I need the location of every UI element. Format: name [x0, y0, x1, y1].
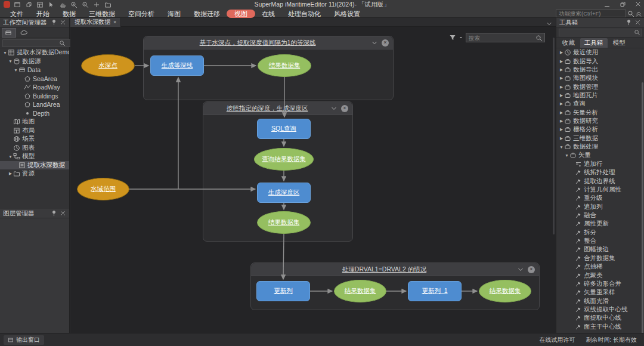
toolbox-tree-item[interactable]: 合并数据集: [556, 254, 644, 262]
tile-icon[interactable]: [36, 1, 44, 8]
toolbox-tree-item[interactable]: 点聚类: [556, 271, 644, 279]
menu-item-文件[interactable]: 文件: [4, 10, 30, 18]
expander-right-icon[interactable]: ▶: [559, 76, 564, 81]
filter-icon[interactable]: [449, 34, 456, 41]
canvas-search-input[interactable]: [466, 33, 545, 42]
toolbox-tree-item[interactable]: ▶三维数据: [556, 134, 644, 143]
add-icon[interactable]: [93, 1, 100, 8]
toolbox-tree-item[interactable]: ▶数据管理: [556, 82, 644, 91]
model-group-header[interactable]: 处理DRVAL1=DRVAL2 的情况×: [251, 263, 539, 276]
workspace-tree-item[interactable]: ▼Data: [0, 66, 69, 75]
expander-right-icon[interactable]: ▶: [559, 101, 564, 106]
pin-icon[interactable]: [51, 19, 57, 26]
model-group-header[interactable]: 按照指定的深度，生成深度区×: [203, 102, 352, 115]
toolbox-tree-item[interactable]: 计算几何属性: [556, 186, 644, 194]
collapse-chevron-icon[interactable]: [371, 39, 378, 47]
caret-down-icon[interactable]: [459, 34, 463, 41]
pin-icon[interactable]: [626, 19, 632, 26]
search-icon[interactable]: [535, 35, 543, 42]
model-node-data[interactable]: 水深点: [81, 54, 135, 77]
workspace-tree-item[interactable]: ▶资源: [0, 169, 69, 178]
menu-item-数据[interactable]: 数据: [56, 10, 82, 18]
workspace-tree-item[interactable]: ▼提取水深数据Demo: [0, 48, 69, 57]
menu-item-在线[interactable]: 在线: [255, 10, 281, 18]
toolbox-tree-item[interactable]: 提取边界线: [556, 177, 644, 185]
expander-right-icon[interactable]: ▶: [559, 110, 564, 115]
toolbox-tree-item[interactable]: 线拓扑处理: [556, 168, 644, 177]
toolbox-tree-item[interactable]: ▼矢量: [556, 151, 644, 159]
collapse-chevron-icon[interactable]: [517, 266, 524, 273]
pin-icon[interactable]: [51, 210, 57, 217]
menu-item-数据迁移[interactable]: 数据迁移: [187, 10, 227, 18]
model-node-result[interactable]: 结果数据集: [479, 280, 531, 302]
toolbox-tree-item[interactable]: ▶数据导入: [556, 57, 644, 65]
expander-right-icon[interactable]: ▶: [559, 59, 564, 64]
model-node-result[interactable]: 结果数据集: [257, 211, 311, 234]
toolbox-tree-item[interactable]: ▶矢量分析: [556, 109, 644, 117]
toolbox-tree-item[interactable]: ▶海图模块: [556, 74, 644, 82]
select-icon[interactable]: [48, 1, 55, 8]
menu-item-风格设置[interactable]: 风格设置: [327, 10, 367, 18]
close-icon[interactable]: [60, 19, 66, 26]
menu-item-三维数据[interactable]: 三维数据: [82, 10, 122, 18]
expander-down-icon[interactable]: ▼: [564, 153, 569, 157]
output-window-button[interactable]: 输出窗口: [4, 335, 44, 345]
function-search-input[interactable]: [556, 10, 626, 17]
toolbox-tree-item[interactable]: ▶查询: [556, 100, 644, 108]
toolbox-tree-item[interactable]: 追加行: [556, 160, 644, 168]
expander-right-icon[interactable]: ▶: [559, 127, 564, 132]
tab-workspace[interactable]: [2, 28, 16, 38]
toolbox-tree-item[interactable]: ▶地图瓦片: [556, 91, 644, 100]
model-node-data[interactable]: 水域范围: [77, 178, 129, 200]
toolbox-tree-item[interactable]: ▶数据研究: [556, 117, 644, 125]
menu-item-空间分析[interactable]: 空间分析: [122, 10, 161, 18]
cascade-icon[interactable]: [25, 1, 32, 8]
expander-right-icon[interactable]: ▶: [8, 171, 13, 176]
close-icon[interactable]: [634, 1, 642, 8]
tab-online[interactable]: [17, 28, 32, 38]
expander-right-icon[interactable]: ▶: [559, 50, 564, 55]
model-canvas[interactable]: 基于水深点，提取深度值间隔为1的等深线×按照指定的深度，生成深度区×处理DRVA…: [70, 27, 556, 333]
group-close-icon[interactable]: ×: [382, 39, 389, 47]
model-node-result[interactable]: 查询结果数据集: [254, 148, 314, 171]
toolbox-tree-item[interactable]: 属性更新: [556, 220, 644, 228]
search-icon[interactable]: [634, 29, 640, 36]
expander-down-icon[interactable]: ▼: [8, 59, 13, 63]
model-node-tool[interactable]: 生成深度区: [257, 183, 311, 203]
workspace-tree-item[interactable]: SeaArea: [0, 75, 69, 84]
expander-right-icon[interactable]: ▶: [559, 93, 564, 98]
group-close-icon[interactable]: ×: [528, 266, 535, 273]
workspace-tree-item[interactable]: Depth: [0, 109, 69, 118]
toolbox-tree-item[interactable]: ▶数据导出: [556, 66, 644, 74]
toolbox-tree-item[interactable]: 图幅接边: [556, 245, 644, 254]
close-icon[interactable]: [60, 210, 66, 217]
expander-right-icon[interactable]: ▶: [559, 119, 564, 123]
search-icon[interactable]: [627, 10, 634, 17]
toolbox-tree-item[interactable]: ▼数据处理: [556, 143, 644, 151]
model-node-tool[interactable]: 更新列_1: [408, 281, 462, 301]
zoom-out-icon[interactable]: [82, 1, 89, 8]
expander-down-icon[interactable]: ▼: [2, 51, 8, 55]
toolbox-tree-item[interactable]: 面主干中心线: [556, 323, 644, 331]
workspace-tree-item[interactable]: ▼数据源: [0, 57, 69, 66]
workspace-tree-item[interactable]: Buildings: [0, 92, 69, 101]
tab-close-icon[interactable]: ×: [113, 19, 116, 25]
toolbox-tree-item[interactable]: 点抽稀: [556, 262, 644, 271]
expander-down-icon[interactable]: ▼: [13, 68, 18, 72]
toolbox-scrollbar[interactable]: [642, 82, 643, 345]
menu-item-海图[interactable]: 海图: [161, 10, 187, 18]
toolbox-tree-item[interactable]: 追加列: [556, 202, 644, 211]
toolbox-tree-item[interactable]: ▶栅格分析: [556, 125, 644, 134]
toolbox-tab-收藏[interactable]: 收藏: [558, 38, 579, 48]
model-node-tool[interactable]: 生成等深线: [150, 55, 204, 76]
model-node-result[interactable]: 结果数据集: [334, 280, 386, 302]
zoom-in-icon[interactable]: [70, 1, 78, 8]
group-close-icon[interactable]: ×: [341, 105, 348, 112]
menu-item-处理自动化[interactable]: 处理自动化: [281, 10, 327, 18]
workspace-tree-item[interactable]: 提取水深数据: [0, 161, 69, 170]
pan-icon[interactable]: [59, 1, 66, 8]
collapse-chevron-icon[interactable]: [330, 105, 338, 112]
workspace-tree-item[interactable]: LandArea: [0, 100, 69, 109]
expander-right-icon[interactable]: ▶: [559, 136, 564, 141]
toolbox-tree-item[interactable]: 双线提取中心线: [556, 305, 644, 314]
